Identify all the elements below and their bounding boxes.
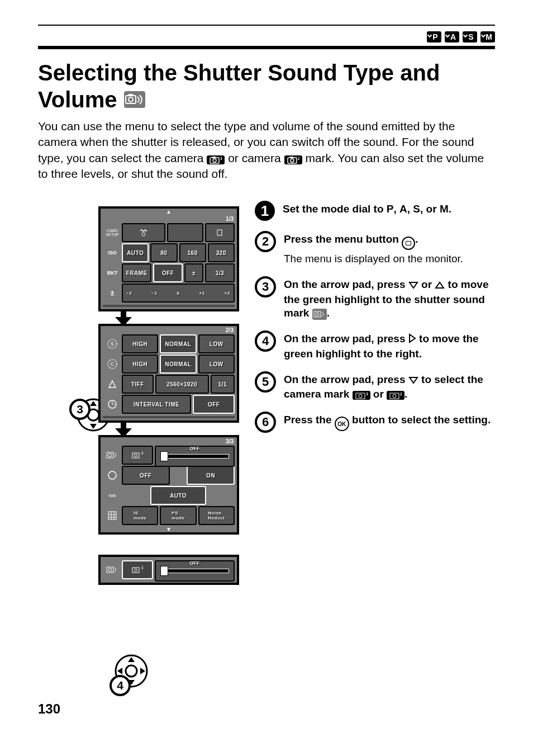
- lcd3-sound-volume-slider: OFF: [155, 446, 235, 467]
- svg-rect-19: [217, 230, 222, 235]
- camera-mark-2-icon-step: 2: [387, 391, 404, 400]
- svg-rect-30: [132, 453, 139, 458]
- step-1: 1 Set the mode dial to P, A, S, or M.: [255, 201, 495, 221]
- lcd2-s-normal: NORMAL: [160, 334, 196, 353]
- step-6: 6 Press the OK button to select the sett…: [255, 412, 495, 433]
- svg-point-64: [359, 394, 362, 398]
- title-line-2: Volume: [38, 86, 117, 113]
- shutter-sound-icon: [124, 91, 145, 108]
- step-1-text: Set the mode dial to P, A, S, or M.: [283, 203, 451, 215]
- lcd2-s-high: HIGH: [122, 334, 158, 353]
- svg-marker-56: [410, 282, 417, 288]
- svg-rect-2: [129, 94, 133, 96]
- svg-point-46: [108, 568, 112, 571]
- page-title: Selecting the Shutter Sound Type and Vol…: [38, 59, 495, 113]
- svg-point-18: [142, 233, 145, 236]
- step-number-1: 1: [255, 201, 275, 221]
- intro-text-2: or camera: [228, 152, 284, 164]
- lcd3-sound-cam1: 1: [122, 446, 153, 465]
- manual-page: P A S M Selecting the Shutter Sound Type…: [0, 0, 533, 756]
- step-3: 3 On the arrow pad, press or to move the…: [255, 276, 495, 320]
- svg-text:2: 2: [400, 391, 402, 396]
- step-number-4: 4: [255, 330, 276, 352]
- lcd4-sound-volume-slider: OFF: [155, 560, 235, 582]
- shutter-sound-row-icon-2: [103, 560, 122, 579]
- mode-dial-badges: P A S M: [38, 26, 495, 46]
- svg-text:1: 1: [141, 566, 143, 570]
- instruction-steps: 1 Set the mode dial to P, A, S, or M. 2 …: [255, 201, 495, 585]
- lcd2-res-size: 2560×1920: [155, 375, 209, 394]
- svg-point-40: [126, 665, 137, 677]
- svg-text:S: S: [111, 341, 114, 347]
- svg-point-33: [108, 471, 116, 479]
- svg-point-67: [393, 394, 396, 398]
- lcd1-bkt-step: 1/3: [205, 263, 235, 282]
- lcd3-wb-auto: AUTO: [150, 486, 206, 505]
- lcd-screen-1: ▲ 1/3 CARDSETUP ISO AUTO 80 160: [98, 206, 239, 311]
- svg-rect-5: [212, 157, 216, 158]
- lcd-screen-4: 1 OFF: [98, 555, 239, 585]
- step-2-subtext: The menu is displayed on the monitor.: [284, 252, 463, 266]
- step-5-text: On the arrow pad, press to select the ca…: [284, 374, 483, 400]
- lcd-screen-3: 3/3 1 OFF: [98, 435, 239, 535]
- lcd1-iso-80: 80: [150, 243, 177, 262]
- lcd2-res-ratio: 1/1: [211, 375, 235, 394]
- mode-badge-m: M: [480, 31, 495, 42]
- svg-point-48: [135, 569, 137, 571]
- camera-mark-1-icon: 1: [207, 155, 225, 164]
- step-2-text: Press the menu button .: [284, 233, 418, 245]
- ok-button-icon: OK: [335, 417, 349, 431]
- svg-point-29: [108, 453, 112, 457]
- lcd1-iso-160: 160: [179, 243, 206, 262]
- svg-marker-24: [109, 381, 116, 388]
- lcd2-s-low: LOW: [198, 334, 235, 353]
- step-number-2: 2: [255, 231, 276, 252]
- lcd1-page-indicator: 1/3: [101, 215, 237, 222]
- lcd3-lamp-on: ON: [187, 466, 235, 485]
- lcd2-page-indicator: 2/3: [101, 326, 237, 333]
- lcd3-page-indicator: 3/3: [101, 437, 237, 445]
- svg-text:2: 2: [298, 156, 299, 161]
- right-triangle-icon: [408, 333, 416, 347]
- shutter-sound-icon-inline: [312, 309, 327, 320]
- lcd2-c-normal: NORMAL: [160, 355, 196, 374]
- svg-text:C: C: [111, 361, 115, 367]
- svg-rect-58: [312, 309, 327, 320]
- lcd-screen-2: 2/3 S HIGH NORMAL LOW C HIGH NORMAL LOW: [98, 324, 239, 423]
- svg-point-10: [291, 159, 294, 162]
- lcd3-is-mode: ISmode: [122, 506, 158, 525]
- down-triangle-icon: [408, 279, 418, 293]
- step-number-5: 5: [255, 371, 276, 393]
- diagram-step-number-4: 4: [110, 675, 131, 696]
- lcd4-sound-cam1: 1: [122, 560, 153, 579]
- camera-mark-1-icon-step: 1: [353, 391, 370, 400]
- step-3-text: On the arrow pad, press or to move the g…: [284, 278, 488, 319]
- svg-marker-57: [436, 282, 444, 288]
- svg-marker-61: [410, 334, 415, 342]
- intro-paragraph: You can use the menu to select the type …: [38, 119, 495, 182]
- step-2: 2 Press the menu button . The menu is di…: [255, 231, 495, 266]
- svg-text:1: 1: [366, 391, 368, 396]
- svg-rect-34: [108, 512, 116, 519]
- down-triangle-icon-2: [408, 374, 418, 388]
- step-4: 4 On the arrow pad, press to move the gr…: [255, 330, 495, 361]
- lcd3-noise-reduct: NoiseReduct: [198, 506, 235, 525]
- svg-rect-47: [132, 568, 139, 573]
- svg-point-6: [213, 159, 216, 162]
- menu-button-icon: [402, 237, 415, 250]
- lcd1-bkt-off: OFF: [153, 263, 183, 282]
- svg-rect-9: [290, 157, 293, 158]
- lcd1-iso-auto: AUTO: [122, 243, 149, 262]
- mode-badge-p: P: [427, 31, 441, 42]
- top-rules: P A S M: [38, 25, 495, 49]
- shutter-sound-row-icon: [103, 446, 122, 465]
- lcd2-c-high: HIGH: [122, 355, 158, 374]
- step-number-3: 3: [255, 276, 276, 297]
- camera-mark-2-icon: 2: [284, 155, 302, 164]
- step-number-6: 6: [255, 412, 276, 433]
- lcd3-ps-mode: PSmode: [160, 506, 196, 525]
- svg-text:1: 1: [220, 156, 222, 161]
- svg-point-31: [135, 454, 137, 457]
- lcd2-c-low: LOW: [198, 355, 235, 374]
- lcd1-bkt-frame: FRAME: [122, 263, 151, 282]
